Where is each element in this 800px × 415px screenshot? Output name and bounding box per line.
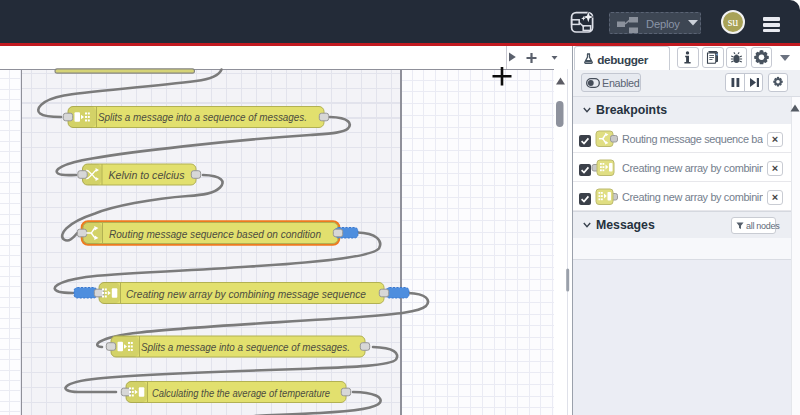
svg-text:Creating new array by combinin: Creating new array by combining message … [126, 287, 366, 299]
svg-text:Splits a message into a sequen: Splits a message into a sequence of mess… [141, 340, 350, 352]
svg-text:Calculating the the average of: Calculating the the average of temperatu… [152, 386, 330, 398]
svg-text:Routing message sequence based: Routing message sequence based on condit… [109, 227, 321, 239]
svg-text:Kelvin to celcius: Kelvin to celcius [109, 169, 185, 181]
svg-text:Splits a message into a sequen: Splits a message into a sequence of mess… [98, 111, 307, 123]
